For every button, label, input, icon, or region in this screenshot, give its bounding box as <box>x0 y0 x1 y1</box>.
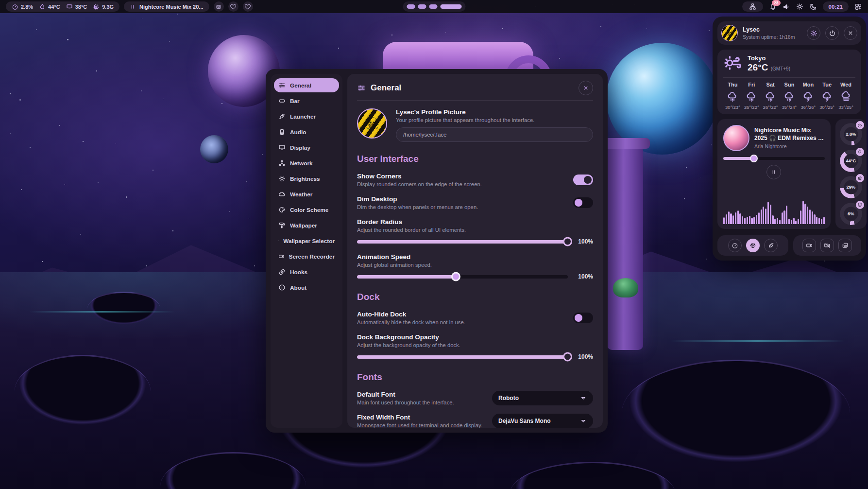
fixed-width-font-dropdown[interactable]: DejaVu Sans Mono <box>492 414 593 428</box>
tune-icon <box>278 82 286 89</box>
forecast-day: Sun35°/24° <box>780 82 799 110</box>
close-icon <box>847 30 854 36</box>
slider-thumb[interactable] <box>563 352 572 362</box>
workspace-indicator[interactable] <box>403 1 465 12</box>
song-title: Nightcore Music Mix 2025 🎧 EDM Remixes o… <box>754 127 825 142</box>
weather-forecast: Thu30°/23° Fri26°/22° Sat26°/22° Sun35°/… <box>723 82 855 110</box>
sidebar-item-launcher[interactable]: Launcher <box>274 109 339 123</box>
volume-button[interactable] <box>783 3 790 11</box>
settings-button[interactable] <box>807 26 820 40</box>
seek-thumb[interactable] <box>750 155 758 162</box>
rain-icon <box>783 91 795 103</box>
network-button[interactable] <box>742 1 763 12</box>
dock-opacity-slider[interactable] <box>357 355 568 359</box>
sidebar-item-display[interactable]: Display <box>274 140 339 155</box>
seek-slider[interactable] <box>723 157 825 160</box>
screen-record-button[interactable] <box>802 239 816 252</box>
screenshot-button[interactable] <box>820 239 834 252</box>
profile-title: Lysec's Profile Picture <box>396 108 593 116</box>
slider-thumb[interactable] <box>451 272 460 281</box>
sidebar-item-label: Display <box>290 144 310 151</box>
tune-icon <box>357 84 366 92</box>
setting-label: Dock Background Opacity <box>357 333 593 341</box>
moon-off-icon <box>809 3 817 11</box>
animation-speed-slider[interactable] <box>357 275 568 279</box>
clock[interactable]: 00:21 <box>823 1 849 12</box>
avatar[interactable] <box>721 25 738 41</box>
paint-roller-icon <box>278 222 286 229</box>
bot-button[interactable] <box>214 1 224 12</box>
sidebar-item-label: Network <box>290 160 313 167</box>
sidebar-item-weather[interactable]: Weather <box>274 187 339 201</box>
utilities-card <box>793 235 861 256</box>
settings-content: General Lysec's Profile Picture Your pro… <box>347 74 603 428</box>
night-light-button[interactable] <box>809 3 817 11</box>
default-font-dropdown[interactable]: Roboto <box>492 391 593 405</box>
sidebar-item-wallpaper[interactable]: Wallpaper <box>274 218 339 232</box>
chevron-down-icon <box>580 418 587 424</box>
overview-button[interactable] <box>854 3 862 11</box>
media-pill[interactable]: Nightcore Music Mix 20... <box>124 1 209 12</box>
balanced-profile-button[interactable] <box>746 239 760 252</box>
wallpaper-planet-small <box>200 135 228 163</box>
sidebar-item-label: Bar <box>290 98 300 105</box>
sidebar-item-color-scheme[interactable]: Color Scheme <box>274 203 339 217</box>
workspace-dot-active[interactable] <box>440 4 461 9</box>
cpu-stat: 2.8% <box>12 3 33 10</box>
image-icon <box>278 237 279 244</box>
performance-profile-button[interactable] <box>728 239 742 252</box>
setting-show-corners: Show Corners Display rounded corners on … <box>357 173 593 187</box>
notifications-button[interactable]: 23 <box>769 3 777 11</box>
sidebar-item-audio[interactable]: Audio <box>274 125 339 139</box>
like-button[interactable] <box>243 1 253 12</box>
dim-desktop-toggle[interactable] <box>573 197 593 208</box>
show-corners-toggle[interactable] <box>573 175 593 185</box>
wallpaper-button[interactable] <box>838 239 852 252</box>
sidebar-item-network[interactable]: Network <box>274 156 339 170</box>
setting-label: Auto-Hide Dock <box>357 311 465 318</box>
sidebar-item-screen-recorder[interactable]: Screen Recorder <box>274 249 339 263</box>
sidebar-item-bar[interactable]: Bar <box>274 94 339 108</box>
camera-off-icon <box>824 242 831 249</box>
wallpaper-crater <box>622 360 850 467</box>
avatar[interactable] <box>357 108 387 139</box>
media-title: Nightcore Music Mix 20... <box>139 4 203 10</box>
pause-button[interactable] <box>766 165 781 179</box>
workspace-dot[interactable] <box>429 4 437 9</box>
sidebar-item-general[interactable]: General <box>274 78 339 92</box>
powersave-profile-button[interactable] <box>764 239 778 252</box>
favorite-button[interactable] <box>228 1 238 12</box>
layers-icon <box>842 242 849 249</box>
brightness-button[interactable] <box>796 3 803 10</box>
dropdown-value: Roboto <box>498 395 519 402</box>
sidebar-item-about[interactable]: About <box>274 280 339 295</box>
palette-icon <box>278 206 286 213</box>
auto-hide-dock-toggle[interactable] <box>573 313 593 323</box>
close-panel-button[interactable] <box>844 26 857 40</box>
border-radius-slider[interactable] <box>357 240 568 244</box>
sidebar-item-label: Wallpaper <box>290 222 317 229</box>
profile-path-input[interactable] <box>396 127 593 142</box>
grid-icon <box>854 3 862 11</box>
slider-thumb[interactable] <box>563 237 572 246</box>
system-stats-pill[interactable]: 2.8% 44°C 38°C 9.3G <box>6 1 119 12</box>
control-panel: Lysec System uptime: 1h16m Tokyo 26°C (G… <box>713 17 866 261</box>
disk-icon <box>856 201 864 209</box>
workspace-dot[interactable] <box>418 4 426 9</box>
album-art[interactable] <box>723 125 749 151</box>
workspace-dot[interactable] <box>407 4 415 9</box>
sidebar-item-brightness[interactable]: Brightness <box>274 172 339 186</box>
ethernet-icon <box>749 3 756 10</box>
weather-temp: 26°C <box>748 62 768 72</box>
weather-widget: Tokyo 26°C (GMT+9) Thu30°/23° Fri26°/22°… <box>717 50 861 114</box>
close-button[interactable] <box>579 81 593 95</box>
setting-description: Automatically hide the dock when not in … <box>357 319 465 325</box>
power-button[interactable] <box>825 26 839 40</box>
heart-icon <box>244 3 251 10</box>
gpu-value: 38°C <box>75 4 87 10</box>
memory-value: 9.3G <box>102 4 114 10</box>
sidebar-item-wallpaper-selector[interactable]: Wallpaper Selector <box>274 234 339 248</box>
sidebar-item-hooks[interactable]: Hooks <box>274 265 339 279</box>
song-artist: Aria Nightcore <box>754 143 825 149</box>
forecast-day: Mon36°/26° <box>799 82 817 110</box>
